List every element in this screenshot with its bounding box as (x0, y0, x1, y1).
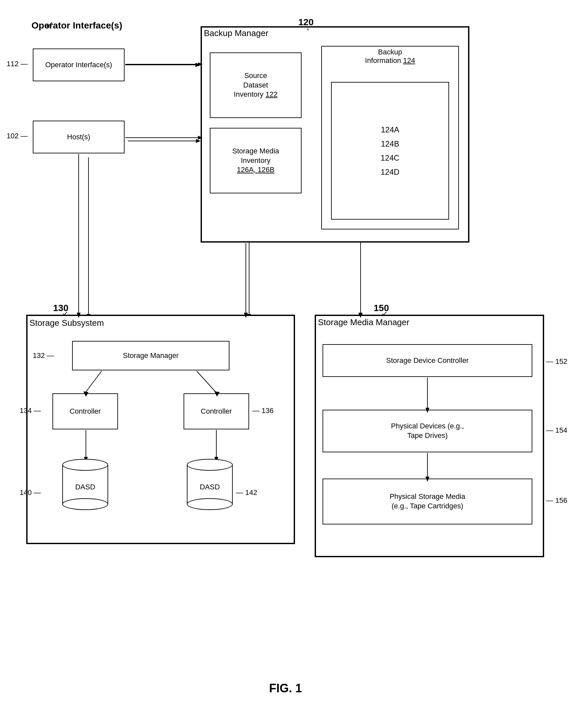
backup-manager-label: Backup Manager (204, 28, 268, 38)
storage-device-controller-label: Storage Device Controller (386, 356, 469, 365)
controller-left-ref: 134 — (20, 406, 41, 415)
dasd-left-top (62, 459, 108, 471)
main-arrow: ↙ (46, 19, 53, 30)
backup-information-label: BackupInformation 124 (325, 48, 456, 65)
hosts-label: Host(s) (67, 132, 91, 142)
physical-devices-box: Physical Devices (e.g.,Tape Drives) (323, 410, 532, 452)
dasd-left-cylinder: DASD (62, 459, 108, 510)
physical-devices-label: Physical Devices (e.g.,Tape Drives) (391, 421, 464, 440)
storage-device-controller-ref: — 152 (546, 357, 567, 366)
svg-marker-3 (196, 139, 201, 143)
controller-left-label: Controller (70, 407, 101, 416)
storage-manager-label: Storage Manager (123, 351, 179, 361)
controller-right-box: Controller (184, 393, 249, 430)
physical-storage-media-ref: — 156 (546, 496, 567, 505)
storage-media-manager-label: Storage Media Manager (318, 317, 410, 328)
operator-interface-box: Operator Interface(s) (33, 48, 125, 81)
controller-left-box: Controller (52, 393, 118, 430)
dasd-right-bottom (187, 498, 233, 510)
hosts-ref: 102 — (7, 132, 28, 140)
physical-storage-media-box: Physical Storage Media(e.g., Tape Cartri… (323, 479, 532, 524)
figure-label: FIG. 1 (269, 682, 302, 695)
physical-storage-media-label: Physical Storage Media(e.g., Tape Cartri… (389, 492, 465, 511)
svg-marker-1 (196, 63, 201, 67)
storage-manager-box: Storage Manager (72, 341, 229, 370)
backup-info-items: 124A124B124C124D (380, 123, 399, 179)
operator-interface-ref: 112 — (7, 59, 28, 68)
hosts-box: Host(s) (33, 121, 125, 153)
storage-manager-ref: 132 — (33, 351, 54, 360)
storage-device-controller-box: Storage Device Controller (323, 344, 532, 377)
storage-media-inventory-label: Storage MediaInventory126A, 126B (232, 146, 279, 175)
dasd-right-ref: — 142 (236, 488, 257, 497)
backup-info-items-box: 124A124B124C124D (331, 82, 449, 220)
physical-devices-ref: — 154 (546, 426, 567, 435)
source-dataset-label: SourceDatasetInventory 122 (234, 71, 277, 99)
ref-120-arrow: ↓ (306, 24, 310, 32)
main-ref-label: Operator Interface(s) (31, 20, 122, 31)
dasd-right-cylinder: DASD (187, 459, 233, 510)
ref-130-arrow: ↙ (62, 310, 68, 318)
controller-right-ref: — 136 (252, 406, 274, 415)
operator-interface-label: Operator Interface(s) (45, 60, 112, 70)
diagram: Operator Interface(s) ↙ Operator Interfa… (0, 0, 571, 728)
source-dataset-box: SourceDatasetInventory 122 (210, 52, 302, 118)
dasd-left-bottom (62, 498, 108, 510)
dasd-right-top (187, 459, 233, 471)
storage-subsystem-label: Storage Subsystem (29, 318, 104, 328)
storage-media-inventory-box: Storage MediaInventory126A, 126B (210, 128, 302, 194)
controller-right-label: Controller (201, 407, 232, 416)
ref-150-arrow: ↙ (381, 310, 387, 318)
dasd-left-ref: 140 — (20, 488, 41, 497)
